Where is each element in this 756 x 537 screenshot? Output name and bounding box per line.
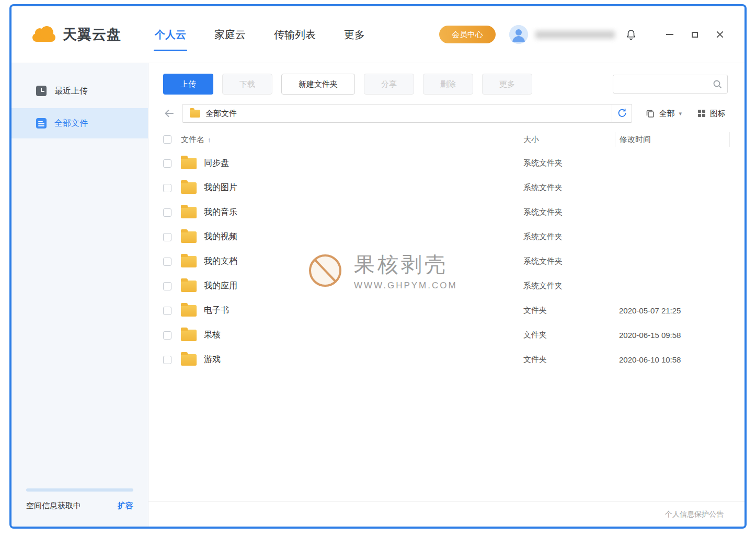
select-all-checkbox[interactable] [163, 135, 171, 144]
recent-upload-icon [36, 85, 47, 97]
sidebar-item-all-files[interactable]: 全部文件 [12, 108, 148, 138]
titlebar-header: 天翼云盘 个人云 家庭云 传输列表 更多 会员中心 [12, 6, 744, 63]
space-status-text: 空间信息获取中 [26, 501, 81, 511]
folder-icon [181, 182, 197, 194]
file-row[interactable]: 我的应用 系统文件夹 [148, 274, 744, 298]
column-header-name[interactable]: 文件名 ↑ [181, 135, 523, 145]
refresh-button[interactable] [612, 104, 632, 123]
folder-icon [181, 330, 197, 341]
file-list: 同步盘 系统文件夹 我的图片 系统文件夹 我的音乐 系统文件夹 [148, 151, 744, 501]
search-input[interactable] [618, 80, 713, 88]
toolbar: 上传 下载 新建文件夹 分享 删除 更多 [148, 63, 744, 102]
refresh-icon [617, 108, 627, 119]
file-row[interactable]: 电子书 文件夹 2020-05-07 21:25 [148, 298, 744, 323]
search-box [613, 75, 728, 94]
copy-stack-icon [646, 109, 655, 118]
minimize-button[interactable] [664, 29, 675, 40]
file-row[interactable]: 同步盘 系统文件夹 [148, 151, 744, 176]
body-row: 最近上传 全部文件 空间信息获取中 扩容 上传 [12, 63, 744, 527]
privacy-notice-link[interactable]: 个人信息保护公告 [665, 510, 724, 519]
file-name[interactable]: 我的文档 [204, 256, 523, 267]
sidebar: 最近上传 全部文件 空间信息获取中 扩容 [12, 63, 148, 527]
breadcrumb[interactable]: 全部文件 [182, 104, 612, 123]
close-button[interactable] [714, 29, 726, 40]
sidebar-item-label: 全部文件 [54, 118, 88, 129]
folder-icon [181, 158, 197, 169]
file-size: 系统文件夹 [523, 281, 615, 291]
view-label: 图标 [710, 109, 726, 119]
main-content: 上传 下载 新建文件夹 分享 删除 更多 [148, 63, 744, 527]
file-name[interactable]: 我的图片 [204, 182, 523, 193]
row-checkbox[interactable] [163, 159, 171, 168]
file-name[interactable]: 果核 [204, 330, 523, 341]
file-row[interactable]: 我的文档 系统文件夹 [148, 249, 744, 274]
delete-button[interactable]: 删除 [423, 74, 473, 95]
sidebar-item-recent-uploads[interactable]: 最近上传 [12, 76, 148, 106]
file-size: 文件夹 [523, 330, 615, 340]
file-name[interactable]: 我的音乐 [204, 207, 523, 218]
all-files-icon [36, 118, 47, 129]
tab-family-cloud[interactable]: 家庭云 [213, 25, 247, 45]
row-checkbox[interactable] [163, 184, 171, 192]
sidebar-bottom: 空间信息获取中 扩容 [12, 488, 148, 527]
app-window: 天翼云盘 个人云 家庭云 传输列表 更多 会员中心 [9, 4, 747, 529]
folder-icon [181, 354, 197, 366]
file-row[interactable]: 我的音乐 系统文件夹 [148, 200, 744, 225]
file-name[interactable]: 我的视频 [204, 231, 523, 242]
storage-progress-bar [26, 488, 133, 492]
upload-button[interactable]: 上传 [163, 74, 213, 95]
file-modified: 2020-06-15 09:58 [615, 331, 730, 340]
row-checkbox[interactable] [163, 356, 171, 364]
folder-icon [181, 231, 197, 243]
row-checkbox[interactable] [163, 208, 171, 217]
file-name[interactable]: 游戏 [204, 354, 523, 365]
file-name[interactable]: 我的应用 [204, 281, 523, 291]
back-arrow-icon[interactable] [163, 108, 175, 119]
new-folder-button[interactable]: 新建文件夹 [281, 74, 355, 95]
tab-transfer-list[interactable]: 传输列表 [273, 25, 317, 45]
expand-storage-link[interactable]: 扩容 [118, 501, 133, 511]
file-name[interactable]: 电子书 [204, 305, 523, 316]
file-row[interactable]: 我的图片 系统文件夹 [148, 176, 744, 200]
filter-dropdown[interactable]: 全部 ▾ [646, 109, 682, 119]
row-checkbox[interactable] [163, 233, 171, 241]
row-checkbox[interactable] [163, 282, 171, 290]
filter-label: 全部 [659, 109, 674, 119]
breadcrumb-current-folder: 全部文件 [205, 109, 237, 119]
file-row[interactable]: 游戏 文件夹 2020-06-10 10:58 [148, 347, 744, 372]
file-row[interactable]: 我的视频 系统文件夹 [148, 225, 744, 249]
search-icon[interactable] [713, 79, 722, 89]
folder-icon [181, 305, 197, 317]
column-header-size[interactable]: 大小 [523, 135, 615, 145]
file-size: 文件夹 [523, 355, 615, 365]
row-checkbox[interactable] [163, 258, 171, 266]
file-size: 系统文件夹 [523, 183, 615, 193]
file-modified: 2020-06-10 10:58 [615, 355, 730, 364]
file-modified: 2020-05-07 21:25 [615, 306, 730, 315]
share-button[interactable]: 分享 [364, 74, 414, 95]
more-button[interactable]: 更多 [482, 74, 532, 95]
download-button[interactable]: 下载 [222, 74, 272, 95]
app-brand: 天翼云盘 [32, 25, 121, 44]
folder-icon [181, 256, 197, 267]
maximize-button[interactable] [689, 29, 701, 40]
column-header-modified[interactable]: 修改时间 [615, 132, 730, 147]
primary-nav: 个人云 家庭云 传输列表 更多 [154, 25, 366, 45]
sort-up-icon: ↑ [208, 136, 211, 144]
cloud-logo-icon [32, 33, 55, 42]
row-checkbox[interactable] [163, 331, 171, 340]
pathbar: 全部文件 全部 ▾ [148, 102, 744, 128]
avatar[interactable] [509, 25, 528, 44]
view-toggle-icons[interactable]: 图标 [697, 109, 726, 119]
file-name[interactable]: 同步盘 [204, 158, 523, 169]
notification-bell-icon[interactable] [625, 29, 637, 40]
tab-personal-cloud[interactable]: 个人云 [154, 25, 187, 45]
row-checkbox[interactable] [163, 307, 171, 315]
file-size: 系统文件夹 [523, 232, 615, 242]
tab-more[interactable]: 更多 [343, 25, 366, 45]
file-row[interactable]: 果核 文件夹 2020-06-15 09:58 [148, 323, 744, 347]
folder-icon [181, 207, 197, 218]
header-right: 会员中心 [439, 25, 726, 44]
folder-icon [190, 110, 200, 118]
member-center-button[interactable]: 会员中心 [439, 26, 496, 43]
